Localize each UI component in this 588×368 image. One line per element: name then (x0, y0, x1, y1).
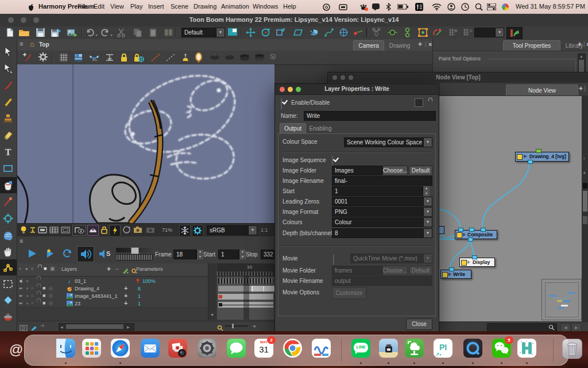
smudge-tool[interactable] (2, 229, 14, 243)
onion-skin-icon[interactable] (209, 53, 220, 64)
transform-tool[interactable] (2, 63, 14, 76)
movie-default-button[interactable]: Default (409, 266, 432, 275)
menu-file[interactable]: File (78, 3, 88, 10)
menu-edit[interactable]: Edit (94, 3, 105, 10)
choose-button[interactable]: Choose... (382, 166, 408, 175)
node-search-input[interactable] (487, 323, 557, 332)
layer-name[interactable]: 23 (75, 301, 80, 306)
spotlight-search-icon[interactable] (475, 3, 483, 11)
snapshot-compare-icon[interactable] (146, 225, 156, 236)
new-scene-button[interactable] (5, 28, 15, 37)
layer-param-value[interactable]: 1 (138, 301, 141, 306)
zoom-level[interactable]: 71% (162, 227, 172, 233)
volume-pin-icon[interactable] (136, 278, 140, 285)
menu-play[interactable]: Play (130, 3, 142, 10)
view-mode-icon[interactable] (38, 226, 47, 236)
search-next-button[interactable]: ▶ (571, 323, 582, 332)
add-view-icon[interactable]: + (418, 40, 422, 48)
node-out-port[interactable] (468, 237, 473, 241)
show-strokes-light-icon[interactable] (165, 53, 177, 64)
status-display-icon[interactable] (339, 4, 347, 10)
add-drawing-layer-button[interactable]: + (122, 266, 129, 277)
close-button[interactable]: Close (406, 319, 432, 330)
sound-button-active[interactable] (77, 246, 94, 262)
dock-pi-app-icon[interactable]: PI (434, 339, 452, 358)
pencil-tool[interactable] (2, 96, 14, 110)
image-folder-input[interactable]: Images (332, 166, 382, 175)
movie-filename-input[interactable]: output (332, 276, 432, 286)
center-pivot-tool[interactable] (2, 213, 14, 227)
layer-name[interactable]: Drawing_4 (75, 286, 99, 292)
solo-icon[interactable]: ■ (44, 266, 47, 271)
library-icon[interactable] (164, 28, 174, 37)
lock-target-icon[interactable] (133, 52, 145, 65)
status-g-icon[interactable]: G (323, 3, 330, 11)
skew-tool-icon[interactable] (293, 28, 303, 37)
control-point-tool-icon[interactable] (353, 28, 363, 37)
status-color-app-icon[interactable] (502, 3, 509, 10)
marquee-select-tool[interactable] (2, 278, 14, 292)
expand-layer-icon[interactable]: + (124, 300, 127, 306)
node-expand-icon[interactable] (467, 260, 470, 264)
timeline-tracks[interactable]: 10 (217, 263, 274, 320)
node-color-swatch[interactable] (461, 260, 467, 266)
panel-menu-icon[interactable]: ≡ (20, 237, 23, 244)
timeline-row[interactable]: ∞ ●≡ ■▣ image_6483441_1 + 1 (17, 292, 208, 300)
translate-tool-icon[interactable] (246, 28, 256, 37)
workspace-panel-icon[interactable] (227, 28, 238, 37)
brush-tool[interactable] (2, 79, 14, 93)
refresh-view-icon[interactable] (122, 225, 131, 237)
dialog-title-bar[interactable]: Layer Properties : Write (275, 84, 439, 95)
dock-harmony-icon[interactable] (517, 339, 536, 358)
lock-view-icon[interactable] (100, 225, 108, 237)
menu-help[interactable]: Help (283, 3, 296, 10)
name-input[interactable]: Write (304, 111, 436, 121)
status-bluetooth-icon[interactable] (386, 3, 391, 11)
rectangle-tool[interactable] (2, 163, 14, 177)
node-composite[interactable]: Composite (455, 230, 497, 239)
dock-chrome-icon[interactable] (283, 339, 302, 358)
loop-button[interactable] (62, 248, 74, 262)
color-gear-icon[interactable] (192, 225, 203, 236)
onion-skin-prev-icon[interactable] (224, 53, 235, 64)
dock-trash-icon[interactable] (562, 339, 582, 359)
expand-layer-icon[interactable]: + (124, 285, 127, 292)
open-button[interactable] (18, 28, 29, 37)
movie-folder-input[interactable]: frames (332, 266, 382, 275)
layer-name[interactable]: 03_1 (75, 278, 86, 284)
node-in-port-green[interactable] (536, 149, 541, 153)
ink-tool[interactable] (2, 196, 14, 210)
colours-select[interactable]: Colour▼ (332, 217, 432, 227)
enable-all-icon[interactable]: ● (25, 266, 29, 271)
flatten-view-icon[interactable] (29, 225, 37, 237)
edit-colors-icon[interactable] (22, 52, 32, 65)
cable-cutter-icon[interactable] (432, 28, 442, 37)
grid-icon[interactable] (59, 52, 69, 65)
node-in-port[interactable] (472, 255, 477, 259)
render-mode-active-icon[interactable] (109, 225, 121, 236)
curve-editor-tool-icon[interactable] (324, 28, 334, 37)
show-strokes-icon[interactable] (150, 53, 162, 64)
start-stepper[interactable]: ▲▼ (423, 186, 430, 196)
menu-insert[interactable]: Insert (148, 3, 164, 10)
camera-canvas[interactable] (17, 64, 274, 223)
tab-camera[interactable]: Camera (353, 40, 384, 51)
frame-field[interactable]: 18 ▲▼ (173, 250, 203, 259)
show-layers-icon[interactable]: ≡ (31, 266, 34, 271)
node-drawing[interactable]: Drawing_4 [tvg] (515, 152, 569, 162)
scroll-down-icon[interactable]: ▼ (210, 313, 214, 317)
layer-properties-dialog[interactable]: Layer Properties : Write Enable/Disable … (274, 83, 439, 332)
tab-output[interactable]: Output (280, 123, 306, 134)
status-battery-icon[interactable] (397, 4, 409, 10)
volume-slider-handle[interactable] (131, 247, 139, 254)
status-clock-icon[interactable] (461, 3, 469, 11)
node-expand-icon[interactable] (463, 233, 466, 236)
control-center-icon[interactable] (487, 3, 496, 12)
dock-wave-app-icon[interactable] (312, 339, 331, 358)
menu-animation[interactable]: Animation (221, 3, 249, 10)
active-tool-indicator[interactable] (506, 27, 523, 39)
node-in-port[interactable] (469, 228, 474, 232)
timeline-row[interactable]: ∞ ●≡ ■▣ Drawing_4 + 6 (17, 285, 208, 293)
movie-format-select[interactable]: QuickTime Movie (*.mov)▼ (350, 254, 432, 263)
curve-smile-icon[interactable]: 84+ (88, 53, 100, 64)
